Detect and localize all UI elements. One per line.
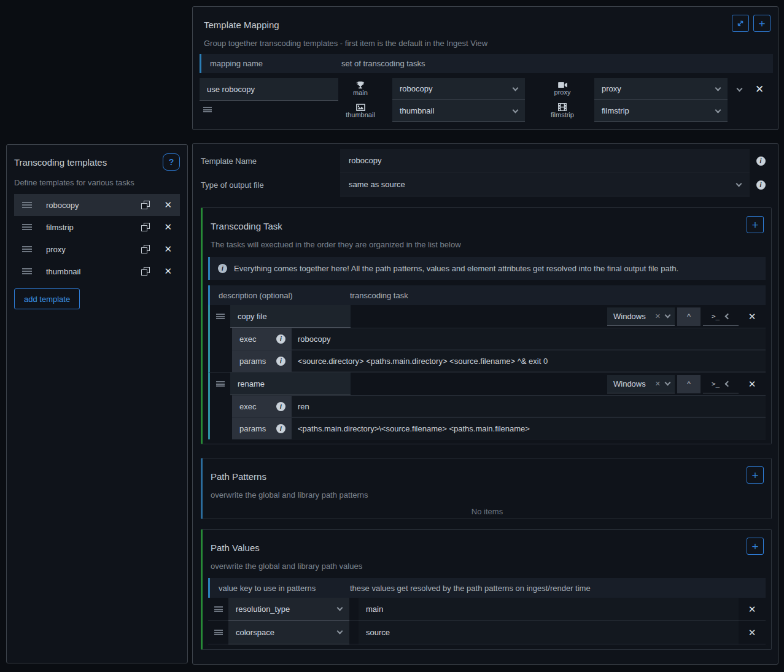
chevron-down-icon [337, 628, 343, 635]
collapse-task-button[interactable]: ^ [677, 375, 701, 393]
output-type-select[interactable]: same as source [340, 173, 750, 196]
mapping-tasks-header: set of transcoding tasks [341, 59, 425, 68]
delete-template-button[interactable]: ✕ [164, 199, 172, 210]
chevron-down-icon [337, 605, 343, 611]
drag-handle-icon[interactable] [22, 268, 32, 274]
duplicate-icon[interactable] [141, 267, 150, 276]
image-icon [356, 104, 365, 111]
sidebar-item-proxy[interactable]: proxy ✕ [14, 238, 180, 260]
slot-proxy-value: proxy [602, 84, 621, 93]
add-path-pattern-button[interactable]: + [747, 466, 764, 484]
drag-handle-icon[interactable] [214, 606, 223, 612]
info-banner: i Everything comes together here! All th… [208, 257, 766, 280]
expand-button[interactable] [732, 15, 749, 32]
drag-handle-icon[interactable] [22, 246, 32, 252]
duplicate-icon[interactable] [141, 223, 150, 231]
info-icon[interactable]: i [756, 156, 766, 166]
value-input[interactable]: source [359, 621, 739, 644]
add-path-value-button[interactable]: + [747, 538, 764, 555]
sidebar-item-thumbnail[interactable]: thumbnail ✕ [14, 260, 180, 282]
delete-value-button[interactable]: ✕ [748, 604, 756, 615]
template-name-input[interactable]: robocopy [340, 149, 750, 172]
collapse-mapping-chevron-icon[interactable] [737, 85, 743, 91]
task-platform-select[interactable]: Windows ✕ [607, 307, 675, 326]
slot-main-select[interactable]: robocopy [392, 78, 525, 100]
task-header-row: description (optional) transcoding task [208, 285, 766, 305]
path-values-header-row: value key to use in patterns these value… [208, 578, 766, 598]
exec-input[interactable]: ren [292, 396, 766, 417]
duplicate-icon[interactable] [141, 245, 150, 253]
delete-value-button[interactable]: ✕ [748, 627, 756, 638]
task-mode-toggle[interactable]: >_ [703, 375, 739, 393]
delete-template-button[interactable]: ✕ [164, 244, 172, 255]
params-input[interactable]: <source.directory> <paths.main.directory… [292, 350, 766, 372]
platform-value: Windows [613, 312, 646, 321]
remove-mapping-button[interactable]: ✕ [755, 83, 764, 96]
filmstrip-icon [558, 103, 567, 111]
template-name-label: Template Name [201, 149, 340, 172]
slot-thumbnail-select[interactable]: thumbnail [392, 100, 525, 122]
slot-thumbnail-value: thumbnail [400, 106, 434, 115]
slot-proxy-label: proxy [554, 88, 571, 96]
add-template-button[interactable]: add template [14, 288, 80, 309]
slot-filmstrip-label: filmstrip [551, 111, 574, 118]
exec-label: exec [239, 402, 256, 411]
value-input[interactable]: main [359, 598, 739, 621]
sidebar-item-filmstrip[interactable]: filmstrip ✕ [14, 216, 180, 238]
slot-filmstrip-select[interactable]: filmstrip [594, 100, 728, 122]
terminal-icon: >_ [712, 312, 720, 320]
info-icon[interactable]: i [756, 180, 766, 190]
drag-handle-icon[interactable] [22, 224, 32, 230]
task-description-input[interactable]: rename [230, 373, 351, 395]
info-icon[interactable]: i [276, 424, 285, 433]
slot-proxy-select[interactable]: proxy [594, 78, 728, 100]
caret-up-icon: ^ [687, 312, 691, 321]
output-type-value: same as source [349, 180, 405, 189]
chevron-down-icon [665, 312, 671, 319]
task-description-input[interactable]: copy file [230, 305, 351, 328]
delete-template-button[interactable]: ✕ [164, 266, 172, 277]
value-key-select[interactable]: colorspace [228, 621, 349, 644]
info-icon[interactable]: i [276, 402, 285, 411]
chevron-down-icon [736, 180, 742, 187]
drag-handle-icon[interactable] [203, 107, 212, 112]
drag-handle-icon[interactable] [216, 381, 225, 387]
remove-platform-icon[interactable]: ✕ [655, 312, 661, 320]
path-values-section: Path Values + overwrite the global and l… [201, 529, 772, 650]
platform-value: Windows [613, 379, 646, 388]
task-platform-select[interactable]: Windows ✕ [607, 375, 675, 393]
plus-icon: + [751, 469, 758, 481]
params-input[interactable]: <paths.main.directory>\<source.filename>… [292, 418, 766, 439]
info-icon[interactable]: i [276, 357, 285, 366]
info-icon: i [218, 264, 227, 273]
mapping-name-input[interactable]: use robocopy [200, 78, 338, 101]
delete-template-button[interactable]: ✕ [164, 222, 172, 233]
slot-main-label: main [353, 89, 368, 96]
transcoding-task-subtitle: The tasks will exectued in the order the… [211, 240, 764, 249]
task-mode-toggle[interactable]: >_ [703, 307, 739, 326]
sidebar-item-robocopy[interactable]: robocopy ✕ [14, 194, 180, 216]
task-item-rename: rename Windows ✕ ^ >_ ✕ [208, 372, 766, 439]
value-key: colorspace [236, 628, 274, 637]
template-mapping-subtitle: Group together transcoding templates - f… [204, 39, 770, 48]
exec-label: exec [239, 334, 256, 344]
duplicate-icon[interactable] [141, 201, 150, 209]
info-icon[interactable]: i [276, 334, 285, 344]
remove-platform-icon[interactable]: ✕ [655, 380, 661, 388]
collapse-task-button[interactable]: ^ [677, 307, 701, 326]
exec-label-cell: exec i [232, 396, 292, 417]
task-item-copy-file: copy file Windows ✕ ^ >_ ✕ [208, 305, 766, 372]
mapping-header-row: mapping name set of transcoding tasks [200, 54, 773, 73]
value-key-select[interactable]: resolution_type [228, 598, 349, 621]
add-task-button[interactable]: + [747, 216, 764, 233]
add-mapping-button[interactable]: + [753, 15, 770, 32]
drag-handle-icon[interactable] [22, 202, 32, 208]
params-label-cell: params i [232, 350, 292, 372]
drag-handle-icon[interactable] [214, 630, 223, 635]
drag-handle-icon[interactable] [216, 314, 225, 319]
delete-task-button[interactable]: ✕ [748, 379, 756, 390]
help-button[interactable]: ? [163, 153, 180, 171]
chevron-down-icon [513, 107, 519, 113]
exec-input[interactable]: robocopy [292, 328, 766, 350]
delete-task-button[interactable]: ✕ [748, 311, 756, 322]
